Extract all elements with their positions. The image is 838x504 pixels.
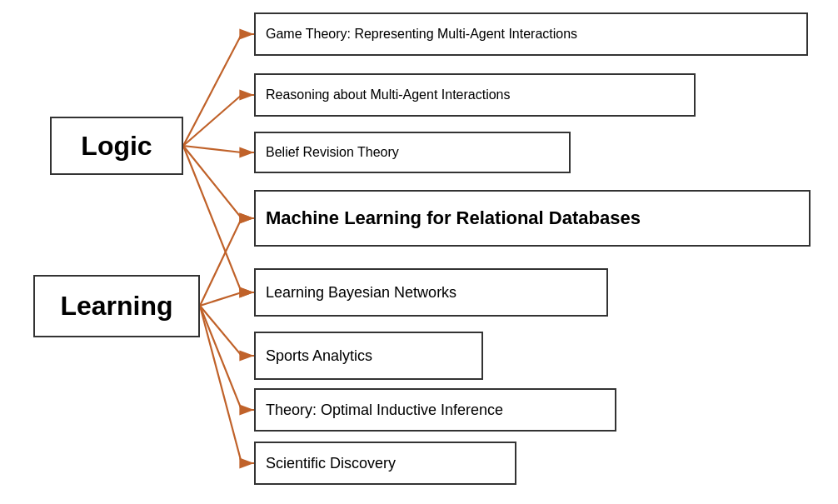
learning-node: Learning [33, 275, 200, 337]
inductive-label: Theory: Optimal Inductive Inference [266, 402, 503, 419]
belief-label: Belief Revision Theory [266, 145, 399, 160]
belief-node: Belief Revision Theory [254, 132, 571, 173]
logic-node: Logic [50, 117, 183, 175]
reasoning-label: Reasoning about Multi-Agent Interactions [266, 87, 511, 102]
scientific-label: Scientific Discovery [266, 455, 396, 472]
game-theory-node: Game Theory: Representing Multi-Agent In… [254, 12, 808, 56]
ml-relational-node: Machine Learning for Relational Database… [254, 190, 811, 247]
bayesian-label: Learning Bayesian Networks [266, 284, 456, 302]
game-theory-label: Game Theory: Representing Multi-Agent In… [266, 27, 577, 42]
scientific-node: Scientific Discovery [254, 442, 516, 485]
inductive-node: Theory: Optimal Inductive Inference [254, 388, 616, 432]
reasoning-node: Reasoning about Multi-Agent Interactions [254, 73, 696, 117]
sports-node: Sports Analytics [254, 332, 483, 380]
sports-label: Sports Analytics [266, 347, 372, 365]
ml-relational-label: Machine Learning for Relational Database… [266, 207, 641, 229]
bayesian-node: Learning Bayesian Networks [254, 268, 608, 317]
logic-label: Logic [81, 131, 152, 162]
learning-label: Learning [60, 291, 172, 322]
